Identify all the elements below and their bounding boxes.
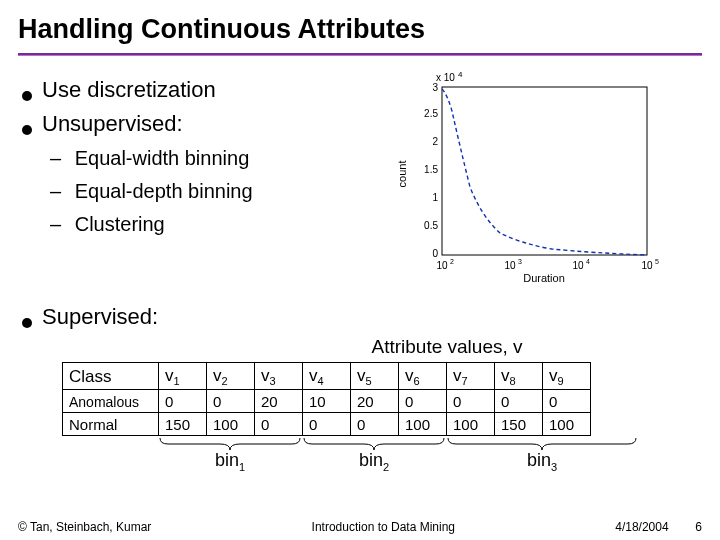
brace-bin3: bin3 (446, 436, 638, 473)
svg-text:4: 4 (458, 70, 463, 79)
col-v9: v9 (543, 363, 591, 390)
subbullet-text: Equal-width binning (75, 147, 250, 169)
footer-right: 4/18/2004 6 (615, 520, 702, 534)
brace-bin2: bin2 (302, 436, 446, 473)
cell: 150 (495, 413, 543, 436)
svg-text:count: count (396, 161, 408, 188)
row-label: Anomalous (63, 390, 159, 413)
svg-text:Duration: Duration (523, 272, 565, 284)
cell: 100 (447, 413, 495, 436)
subbullet-equal-width: – Equal-width binning (50, 147, 382, 170)
col-v5: v5 (351, 363, 399, 390)
bullet-dot-icon (22, 318, 32, 328)
brace-bin1: bin1 (158, 436, 302, 473)
subbullet-text: Clustering (75, 213, 165, 235)
page-number: 6 (695, 520, 702, 534)
cell: 10 (303, 390, 351, 413)
dash-icon: – (50, 147, 61, 169)
footer-center: Introduction to Data Mining (312, 520, 455, 534)
cell: 0 (399, 390, 447, 413)
bullet-unsupervised: Unsupervised: (22, 111, 382, 137)
bullet-text: Unsupervised: (42, 111, 183, 137)
svg-text:10: 10 (572, 260, 584, 271)
table-row: Normal 150 100 0 0 0 100 100 150 100 (63, 413, 591, 436)
cell: 20 (255, 390, 303, 413)
svg-text:1: 1 (432, 192, 438, 203)
col-v4: v4 (303, 363, 351, 390)
dash-icon: – (50, 213, 61, 235)
col-v2: v2 (207, 363, 255, 390)
bin-braces-row: bin1 bin2 bin3 (62, 436, 702, 480)
subbullet-text: Equal-depth binning (75, 180, 253, 202)
cell: 100 (543, 413, 591, 436)
col-v8: v8 (495, 363, 543, 390)
cell: 0 (447, 390, 495, 413)
bullet-text: Use discretization (42, 77, 216, 103)
footer-copyright: © Tan, Steinbach, Kumar (18, 520, 151, 534)
svg-text:x 10: x 10 (436, 72, 455, 83)
cell: 0 (207, 390, 255, 413)
col-v3: v3 (255, 363, 303, 390)
cell: 0 (351, 413, 399, 436)
svg-text:2: 2 (450, 258, 454, 265)
svg-text:10: 10 (436, 260, 448, 271)
cell: 100 (399, 413, 447, 436)
cell: 0 (495, 390, 543, 413)
slide-footer: © Tan, Steinbach, Kumar Introduction to … (0, 520, 720, 534)
attribute-values-caption: Attribute values, v (192, 336, 702, 358)
cell: 0 (255, 413, 303, 436)
bullet-use-discretization: Use discretization (22, 77, 382, 103)
cell: 0 (159, 390, 207, 413)
cell: 150 (159, 413, 207, 436)
svg-rect-2 (442, 87, 647, 255)
svg-text:10: 10 (504, 260, 516, 271)
svg-text:3: 3 (432, 82, 438, 93)
bullet-dot-icon (22, 91, 32, 101)
svg-text:2.5: 2.5 (424, 108, 438, 119)
col-v6: v6 (399, 363, 447, 390)
cell: 20 (351, 390, 399, 413)
col-v7: v7 (447, 363, 495, 390)
bullet-text: Supervised: (42, 304, 158, 330)
cell: 0 (543, 390, 591, 413)
col-class: Class (63, 363, 159, 390)
cell: 0 (303, 413, 351, 436)
svg-text:2: 2 (432, 136, 438, 147)
bullet-dot-icon (22, 125, 32, 135)
svg-text:5: 5 (655, 258, 659, 265)
col-v1: v1 (159, 363, 207, 390)
svg-text:10: 10 (641, 260, 653, 271)
duration-count-chart: x 10 4 0 0.5 1 1.5 2 2.5 3 cou (392, 69, 672, 284)
cell: 100 (207, 413, 255, 436)
slide-title: Handling Continuous Attributes (0, 0, 720, 53)
subbullet-equal-depth: – Equal-depth binning (50, 180, 382, 203)
dash-icon: – (50, 180, 61, 202)
bullet-supervised: Supervised: (22, 304, 702, 330)
table-header-row: Class v1 v2 v3 v4 v5 v6 v7 v8 v9 (63, 363, 591, 390)
svg-text:4: 4 (586, 258, 590, 265)
svg-text:3: 3 (518, 258, 522, 265)
subbullet-clustering: – Clustering (50, 213, 382, 236)
table-row: Anomalous 0 0 20 10 20 0 0 0 0 (63, 390, 591, 413)
row-label: Normal (63, 413, 159, 436)
svg-text:0.5: 0.5 (424, 220, 438, 231)
svg-text:0: 0 (432, 248, 438, 259)
svg-text:1.5: 1.5 (424, 164, 438, 175)
discretization-table: Class v1 v2 v3 v4 v5 v6 v7 v8 v9 Anomalo… (62, 362, 591, 436)
